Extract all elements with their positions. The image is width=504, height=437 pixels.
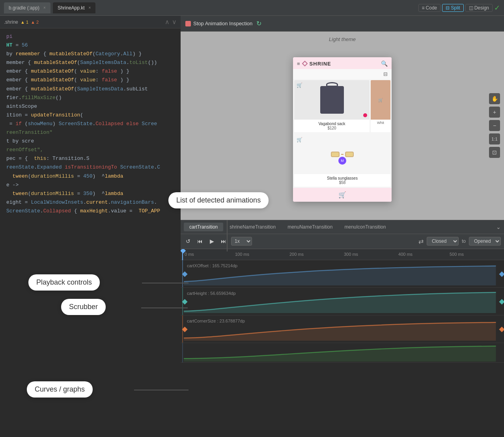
file-header: .shrine ▲ 1 ▲ 2 ∧ ∨ xyxy=(0,16,181,28)
phone-mockup: ≡ SHRINE 🔍 ⊟ xyxy=(293,57,392,202)
product-image-bag: 🛒 xyxy=(294,80,370,120)
cart-icon-bag: 🛒 xyxy=(297,83,302,88)
chevron-up-icon[interactable]: ∧ xyxy=(165,18,170,26)
annotation-playback-controls: Playback controls xyxy=(28,274,100,291)
timeline-ruler: 0 ms 100 ms 200 ms 300 ms 400 ms 500 ms xyxy=(181,249,504,260)
code-line-25: e -> xyxy=(0,181,181,189)
annotation-scrubber: Scrubber xyxy=(61,299,106,315)
to-state-select[interactable]: Opened Closed xyxy=(469,237,501,246)
device-label: Light theme xyxy=(329,36,356,42)
shrine-title: SHRINE xyxy=(310,61,331,67)
code-panel: .shrine ▲ 1 ▲ 2 ∧ ∨ pi HT = 56 by rememb… xyxy=(0,16,181,437)
track-cartHeight: cartHeight : 56.659634dp xyxy=(181,288,504,315)
product-info-sunglasses: Stella sunglasses $58 xyxy=(294,174,390,187)
track-cartXOffset-label: cartXOffset : 165.75214dp xyxy=(184,262,241,270)
replay-button[interactable]: ↺ xyxy=(184,237,192,246)
tab-gradle[interactable]: b.gradle (:app) × xyxy=(4,2,50,13)
fit-tool[interactable]: 1:1 xyxy=(489,133,500,144)
zoom-in-tool[interactable]: + xyxy=(489,107,500,118)
tab-cart-transition[interactable]: cartTransition xyxy=(184,223,223,231)
product-name-sunglasses: Stella sunglasses xyxy=(297,176,388,180)
right-panel: Stop Animation Inspection ↻ Light theme … xyxy=(181,16,504,437)
cart-button-area[interactable]: 🛒 xyxy=(293,188,392,202)
code-area: pi HT = 56 by remember { mutableStateOf(… xyxy=(0,28,181,219)
phone-search-icon: 🔍 xyxy=(381,60,388,67)
product-price-bag: $120 xyxy=(297,126,367,130)
sunglasses-shape xyxy=(331,152,354,157)
file-path: .shrine xyxy=(4,19,18,25)
view-design-button[interactable]: ◫ Design xyxy=(465,4,493,12)
shrine-logo-icon xyxy=(302,61,308,66)
play-button[interactable]: ▶ xyxy=(207,237,216,246)
code-line-19: t by scre xyxy=(0,137,181,146)
stop-animation-button[interactable]: Stop Animation Inspection xyxy=(185,21,252,26)
start-button[interactable]: ⏮ xyxy=(196,237,204,246)
menu-icon: ≡ xyxy=(297,61,300,67)
product-dot xyxy=(363,113,367,117)
refresh-icon[interactable]: ↻ xyxy=(256,20,261,27)
warning-orange: ▲ 2 xyxy=(31,20,39,24)
tab-shrine[interactable]: ShrineApp.kt × xyxy=(53,2,96,13)
annotation-curves-graphs: Curves / graphs xyxy=(27,381,93,398)
tab-menu-icon-label: menuIconTransition xyxy=(344,224,386,230)
product-card-sunglasses: 🛒 M Stella sunglasses $58 xyxy=(294,135,390,187)
ruler-100ms: 100 ms xyxy=(235,252,249,257)
product-row-2: 🛒 M Stella sunglasses $58 xyxy=(293,133,392,188)
view-buttons: ≡ Code ⊟ Split ◫ Design ✓ xyxy=(418,4,500,12)
code-line-1: pi xyxy=(0,32,181,41)
view-split-button[interactable]: ⊟ Split xyxy=(442,4,463,12)
zoom-out-tool[interactable]: − xyxy=(489,120,500,131)
code-line-6: member { mutableStateOf(SampleItemsData.… xyxy=(0,58,181,67)
speed-select[interactable]: 1x 0.5x 2x xyxy=(231,237,252,246)
track-cartHeight-label: cartHeight : 56.659634dp xyxy=(184,289,239,297)
filter-icon: ⊟ xyxy=(383,71,388,77)
anim-toolbar: Stop Animation Inspection ↻ xyxy=(181,16,504,32)
tab-shrine-name[interactable]: shrineNameTransition xyxy=(224,223,281,231)
top-bar: b.gradle (:app) × ShrineApp.kt × ≡ Code … xyxy=(0,0,504,16)
tab-shrine-name-label: shrineNameTransition xyxy=(230,224,276,230)
ruler-200ms: 200 ms xyxy=(289,252,304,257)
product-row-1: 🛒 Vagabond sack $120 xyxy=(293,79,392,133)
tab-more-button[interactable]: ⌄ xyxy=(496,224,501,230)
preview-area: Light theme ≡ SHRINE 🔍 xyxy=(181,32,504,220)
code-line-23: reenState.Expanded isTransitioningTo Scr… xyxy=(0,163,181,172)
ruler-500ms: 500 ms xyxy=(450,252,464,257)
frame-tool[interactable]: ⊡ xyxy=(489,147,500,158)
cart-icon-partial: 🛒 xyxy=(378,98,383,102)
tab-menu-icon[interactable]: menuIconTransition xyxy=(339,223,391,231)
tab-close-gradle[interactable]: × xyxy=(43,6,46,10)
swap-icon[interactable]: ⇄ xyxy=(418,238,424,245)
annotation-line-scrubber xyxy=(141,308,188,308)
code-line-17: reenTransition" xyxy=(0,128,181,137)
curve-extra xyxy=(181,343,504,362)
tab-gradle-label: b.gradle (:app) xyxy=(9,5,39,11)
code-line-14: aintsScope xyxy=(0,102,181,111)
product-price-sunglasses: $58 xyxy=(297,180,388,185)
view-code-button[interactable]: ≡ Code xyxy=(418,4,441,12)
code-line-21: pec = { this: Transition.S xyxy=(0,154,181,163)
annotation-line-playback xyxy=(142,283,189,283)
code-line-8: ember { mutableStateOf( value: false ) } xyxy=(0,67,181,76)
track-cartCornerSize-label: cartCornerSize : 23.678877dp xyxy=(184,317,248,325)
lens-left xyxy=(331,152,340,157)
hand-tool[interactable]: ✋ xyxy=(489,93,500,104)
timeline-area: 0 ms 100 ms 200 ms 300 ms 400 ms 500 ms … xyxy=(181,249,504,437)
playhead-track4 xyxy=(182,343,183,362)
bag-shape xyxy=(320,86,344,114)
chevron-down-icon[interactable]: ∨ xyxy=(172,18,177,26)
shrine-logo: SHRINE xyxy=(302,61,331,67)
track-cartXOffset: cartXOffset : 165.75214dp xyxy=(181,260,504,288)
from-state-select[interactable]: Closed Opened xyxy=(427,237,459,246)
annotation-line-curves xyxy=(134,390,189,390)
partial-image-1: 🛒 xyxy=(371,80,390,120)
code-line-5: by remember { mutableStateOf(Category.Al… xyxy=(0,50,181,58)
tab-close-shrine[interactable]: × xyxy=(89,6,91,10)
phone-filter-bar: ⊟ xyxy=(293,69,392,79)
anim-tabs: cartTransition shrineNameTransition menu… xyxy=(181,220,504,234)
shrine-menu-area: ≡ SHRINE xyxy=(297,61,331,67)
cart-icon-main: 🛒 xyxy=(338,191,346,199)
product-image-sunglasses: 🛒 M xyxy=(294,135,390,174)
playhead-line-ruler xyxy=(182,249,183,260)
tab-menu-name[interactable]: menuNameTransition xyxy=(282,223,338,231)
side-tools: ✋ + − 1:1 ⊡ xyxy=(489,93,500,158)
